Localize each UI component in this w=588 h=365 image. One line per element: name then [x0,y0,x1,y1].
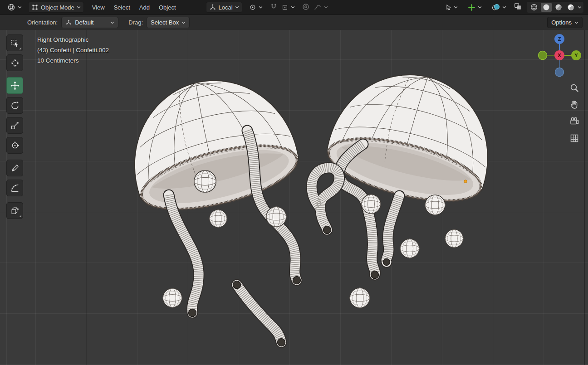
menu-add[interactable]: Add [135,2,154,13]
3d-cursor-icon [10,58,20,68]
zoom-button[interactable] [569,83,580,93]
tool-add-cube[interactable] [6,202,23,219]
xray-toggle-button[interactable] [514,2,522,12]
scale-icon [10,121,20,131]
options-dropdown[interactable]: Options [547,17,583,28]
menu-view[interactable]: View [88,2,109,13]
orientation-local-icon [209,4,216,11]
pivot-point-dropdown[interactable] [246,2,265,12]
chevron-down-icon [324,6,328,9]
snap-toggle-button[interactable] [270,3,278,12]
chevron-down-icon[interactable] [578,6,582,9]
options-label: Options [551,19,572,26]
tool-cursor[interactable] [6,54,23,71]
move-icon [10,81,20,91]
jellyfish-bell-left[interactable] [116,63,305,222]
rendered-shading-button[interactable] [565,3,576,12]
axis-gizmo-icon [65,19,72,26]
menu-object[interactable]: Object [154,2,181,13]
tool-annotate[interactable] [6,160,23,176]
tool-measure[interactable] [6,180,23,196]
chevron-down-icon [574,21,578,24]
select-box-icon [10,38,20,48]
transform-orientation-label: Local [219,4,233,11]
grid-icon [569,133,580,144]
tool-transform[interactable] [6,137,23,154]
pan-button[interactable] [569,99,580,110]
subtool-indicator [19,215,21,217]
material-shading-button[interactable] [553,3,564,12]
annotate-pen-icon [10,163,20,173]
axis-y-label: Y [574,53,578,58]
show-gizmo-dropdown[interactable] [442,2,461,12]
active-object-text: (43) Confetti | Confetti.002 [37,45,109,55]
hand-icon [569,99,580,110]
solid-sphere-icon [542,3,550,11]
overlays-dropdown[interactable] [489,2,509,13]
tool-rotate[interactable] [6,97,23,114]
3d-viewport-icon [7,3,15,11]
chevron-down-icon [77,6,81,9]
axis-x-label: X [558,53,561,58]
proportional-falloff-dropdown[interactable] [311,2,331,13]
measure-icon [10,183,20,193]
snap-target-dropdown[interactable] [279,2,298,12]
chevron-down-icon [235,6,239,9]
chevron-down-icon [18,6,22,9]
proportional-editing-icon [302,3,310,11]
editor-type-button[interactable] [5,2,24,13]
chevron-down-icon [259,6,263,9]
axis-z-negative-handle[interactable] [555,68,564,77]
subtool-indicator [19,47,21,49]
orientation-label: Orientation: [27,19,58,26]
orientation-dropdown[interactable]: Default [61,17,118,28]
viewport-display-group [442,2,583,13]
drag-value: Select Box [151,19,179,26]
object-origin-dot [464,180,467,183]
viewport-info-overlay: Right Orthographic (43) Confetti | Confe… [37,34,109,66]
camera-view-button[interactable] [569,116,580,127]
pivot-point-icon [249,4,256,11]
tool-scale[interactable] [6,117,23,134]
drag-label: Drag: [128,19,143,26]
solid-shading-button[interactable] [541,3,552,12]
ortho-toggle-button[interactable] [569,133,580,144]
snap-increment-icon [281,4,289,11]
material-sphere-icon [554,3,563,11]
rendered-sphere-icon [567,3,575,11]
viewport-header: Object Mode View Select Add Object Local [0,0,588,15]
view-name-text: Right Orthographic [37,34,109,45]
grid-scale-text: 10 Centimeters [37,55,109,66]
magnet-icon [270,3,278,11]
object-mode-icon [31,4,39,11]
tool-select-box[interactable] [6,34,23,51]
viewport-side-controls [569,83,580,144]
mode-dropdown[interactable]: Object Mode [28,2,84,13]
menu-select[interactable]: Select [109,2,135,13]
gizmo-arrows-icon [468,4,475,11]
menubar: View Select Add Object [88,2,181,13]
tool-shelf [6,34,23,219]
chevron-down-icon [454,6,458,9]
axis-y-negative-handle[interactable] [539,51,547,60]
camera-icon [569,116,580,127]
navigation-gizmo[interactable]: Z Y X [534,30,585,82]
viewport-shading-group [527,2,583,13]
axis-z-label: Z [558,36,561,42]
chevron-down-icon [291,6,295,9]
chevron-down-icon [478,6,482,9]
proportional-editing-toggle[interactable] [302,3,310,12]
xray-icon [514,2,522,11]
magnifier-icon [569,83,580,93]
tool-move[interactable] [6,77,23,94]
chevron-down-icon [110,21,114,24]
wireframe-shading-button[interactable] [529,3,539,12]
add-cube-icon [10,206,20,216]
wireframe-sphere-icon [530,3,538,11]
chevron-down-icon [181,21,186,24]
drag-dropdown[interactable]: Select Box [147,17,190,28]
transform-orientation-dropdown[interactable]: Local [206,2,242,13]
overlays-icon [492,3,500,11]
gizmos-dropdown[interactable] [465,2,485,13]
transform-settings-group: Local [206,2,331,13]
